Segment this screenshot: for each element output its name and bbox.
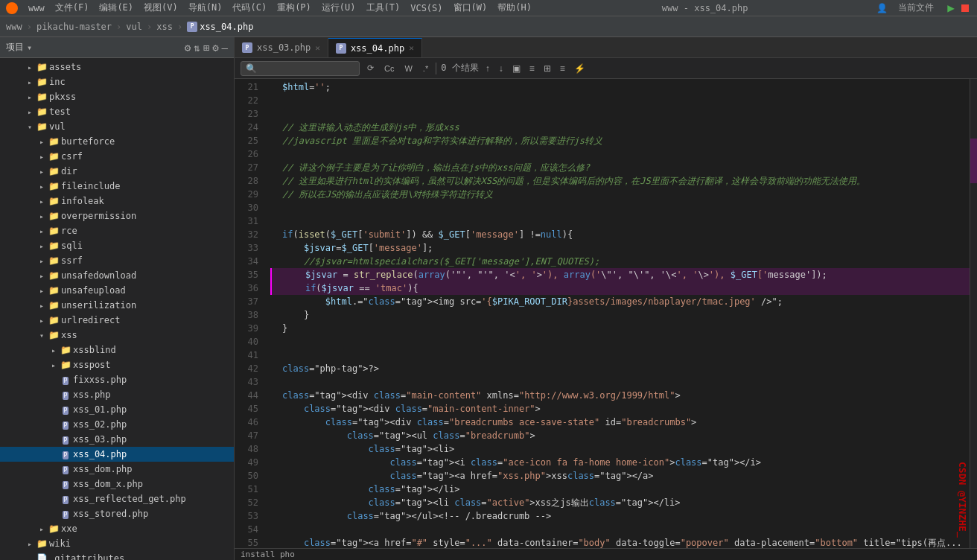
tree-item-test[interactable]: ▸📁test [0,104,234,119]
tree-item-urlredirect[interactable]: ▸📁urlredirect [0,313,234,328]
line-number-42: 42 [235,362,258,375]
tab-xss04[interactable]: P xss_04.php ✕ [328,38,422,57]
tree-arrow: ▸ [36,242,48,250]
tree-item-ssrf[interactable]: ▸📁ssrf [0,253,234,268]
search-next-btn[interactable]: ↓ [497,62,506,75]
tab-xss04-close[interactable]: ✕ [409,43,414,53]
line-number-32: 32 [235,228,258,241]
tree-item-xss_02-php[interactable]: Pxss_02.php [0,417,234,432]
search-filter-btn[interactable]: ⚡ [572,62,588,75]
csdn-watermark: CSDN @YINZHE_ [957,462,968,538]
tree-item-unsafeupload[interactable]: ▸📁unsafeupload [0,283,234,298]
tree-item-pkxss[interactable]: ▸📁pkxss [0,89,234,104]
tree-item-xsspost[interactable]: ▸📁xsspost [0,357,234,372]
code-line-27: // 讲这个例子主要是为了让你明白，输出点在js中的xss问题，应该怎么修? [270,161,970,174]
tree-item-xss_reflected_get-php[interactable]: Pxss_reflected_get.php [0,491,234,506]
menu-item-www[interactable]: www [24,1,49,15]
code-text: //$jsvar=htmlspecialchars($_GET['message… [282,255,599,268]
tree-item-wiki[interactable]: ▸📁wiki [0,536,234,551]
tree-item-overpermission[interactable]: ▸📁overpermission [0,209,234,223]
tree-item-xxe[interactable]: ▸📁xxe [0,521,234,536]
line-numbers: 2122232425262728293031323334353637383940… [235,79,264,548]
line-number-31: 31 [235,214,258,228]
code-editor[interactable]: 2122232425262728293031323334353637383940… [235,79,977,548]
menu-item-vcs[interactable]: VCS(S) [406,1,447,15]
line-number-24: 24 [235,121,258,134]
tree-item-fixxss-php[interactable]: Pfixxss.php [0,372,234,387]
menu-item-navigate[interactable]: 导航(N) [184,0,227,16]
menu-item-code[interactable]: 代码(C) [228,0,271,16]
nav-www[interactable]: www [6,22,22,32]
tree-item-inc[interactable]: ▸📁inc [0,74,234,89]
search-opt2-btn[interactable]: ⊞ [541,62,553,75]
nav-vul[interactable]: vul [126,22,142,32]
sidebar-settings-icon[interactable]: ⚙ [185,42,191,54]
tree-item-xssblind[interactable]: ▸📁xssblind [0,343,234,357]
menu-item-window[interactable]: 窗口(W) [449,0,492,16]
tree-item-xss_stored-php[interactable]: Pxss_stored.php [0,506,234,521]
search-opt3-btn[interactable]: ≡ [558,62,567,75]
tree-item-xss-php[interactable]: Pxss.php [0,387,234,402]
menu-item-refactor[interactable]: 重构(P) [273,0,316,16]
current-file-btn[interactable]: 当前文件 [895,0,937,16]
tree-item-vul[interactable]: ▾📁vul [0,119,234,134]
tree-arrow: ▸ [24,93,36,101]
search-input[interactable] [241,61,360,76]
menu-item-run[interactable]: 运行(U) [317,0,360,16]
sidebar-gear-icon[interactable]: ⚙ [212,42,218,54]
search-regex-btn[interactable]: .* [420,63,431,74]
tree-item-dir[interactable]: ▸📁dir [0,164,234,179]
user-icon[interactable]: 👤 [873,1,891,15]
nav-xss[interactable]: xss [156,22,173,32]
tree-item-xss_01-php[interactable]: Pxss_01.php [0,402,234,417]
sidebar-sort-icon[interactable]: ⇅ [194,42,200,54]
stop-button[interactable]: ⏹ [959,1,971,15]
search-replace-btn[interactable]: ⟳ [364,62,377,74]
tree-item-xss_dom_x-php[interactable]: Pxss_dom_x.php [0,477,234,491]
tree-item-xss_04-php[interactable]: Pxss_04.php [0,447,234,462]
sidebar-expand-icon[interactable]: ⊞ [203,42,209,54]
search-prev-btn[interactable]: ↑ [483,62,492,75]
tab-xss03[interactable]: P xss_03.php ✕ [235,38,328,57]
sidebar-close-icon[interactable]: — [222,42,228,54]
tree-item-rce[interactable]: ▸📁rce [0,223,234,238]
menu-item-edit[interactable]: 编辑(E) [95,0,138,16]
run-button[interactable]: ▶ [947,1,955,15]
tree-icon: 📁 [36,121,48,132]
tree-icon: P [60,434,71,445]
menu-item-file[interactable]: 文件(F) [51,0,94,16]
tree-label: xss.php [73,389,234,400]
nav-pikachu[interactable]: pikachu-master [36,22,112,32]
search-all-btn[interactable]: ▣ [510,62,523,75]
search-case-btn[interactable]: Cc [381,63,397,74]
tree-item-unserilization[interactable]: ▸📁unserilization [0,298,234,313]
tree-label: vul [49,121,234,132]
code-line-22 [270,94,970,107]
tree-label: xss_dom.php [73,464,234,474]
menu-item-tools[interactable]: 工具(T) [362,0,405,16]
code-text: } [282,322,287,335]
project-dropdown-icon[interactable]: ▾ [27,42,32,53]
tree-item-burteforce[interactable]: ▸📁burteforce [0,134,234,149]
menu-item-help[interactable]: 帮助(H) [493,0,536,16]
search-word-btn[interactable]: W [401,63,415,74]
tree-item-csrf[interactable]: ▸📁csrf [0,149,234,164]
tree-icon: 📁 [48,181,60,191]
tab-xss03-close[interactable]: ✕ [315,43,320,53]
tree-item--gitattributes[interactable]: 📄.gitattributes [0,551,234,560]
tree-item-xss_dom-php[interactable]: Pxss_dom.php [0,462,234,477]
search-opt1-btn[interactable]: ≡ [527,62,537,75]
tree-item-xss_03-php[interactable]: Pxss_03.php [0,432,234,447]
tree-arrow: ▸ [36,138,48,146]
menu-item-view[interactable]: 视图(V) [139,0,182,16]
tree-item-unsafedownload[interactable]: ▸📁unsafedownload [0,268,234,283]
tree-item-sqli[interactable]: ▸📁sqli [0,238,234,253]
tree-item-assets[interactable]: ▸📁assets [0,60,234,74]
tree-item-xss[interactable]: ▾📁xss [0,328,234,343]
tree-label: xsspost [73,360,234,370]
tree-label: urlredirect [61,315,234,325]
tree-item-infoleak[interactable]: ▸📁infoleak [0,194,234,209]
tree-icon: 📄 [36,553,48,560]
tree-item-fileinclude[interactable]: ▸📁fileinclude [0,179,234,194]
tree-icon: 📁 [48,255,60,266]
